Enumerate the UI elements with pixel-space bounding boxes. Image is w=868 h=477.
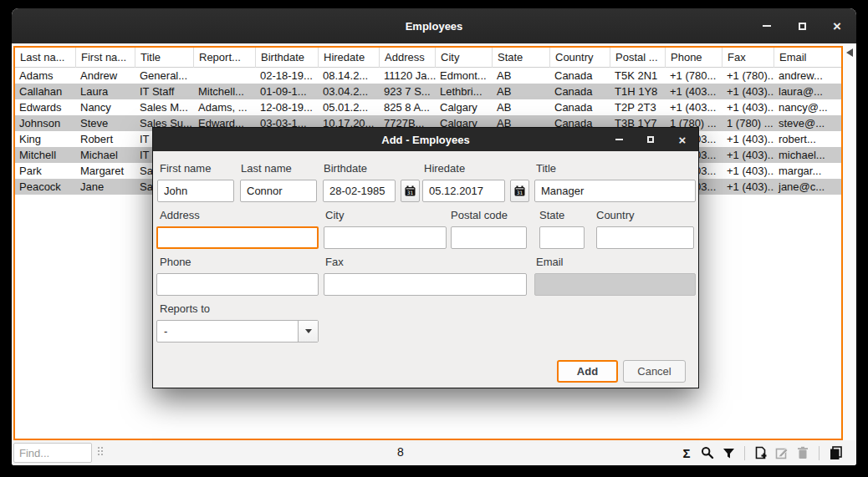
table-cell[interactable]: 03.04.2... [319, 84, 380, 99]
close-button[interactable]: × [830, 18, 845, 33]
table-cell[interactable]: +1 (780)... [722, 68, 774, 84]
table-cell[interactable]: +1 (403... [666, 84, 722, 99]
column-header[interactable]: Hiredate [319, 48, 380, 68]
table-cell[interactable]: 02-18-19... [256, 68, 319, 84]
postal-code-field[interactable] [451, 226, 527, 249]
table-cell[interactable]: Canada [550, 68, 610, 84]
table-cell[interactable]: Edwards [15, 99, 76, 115]
table-cell[interactable]: AB [493, 68, 550, 84]
city-field[interactable] [324, 226, 447, 249]
table-cell[interactable]: Robert [76, 131, 135, 147]
column-header[interactable]: Phone [666, 48, 722, 68]
filter-button[interactable] [721, 445, 736, 460]
table-cell[interactable]: 1 (780) ... [722, 115, 774, 131]
last-name-field[interactable] [240, 180, 317, 202]
table-cell[interactable]: Sales M... [135, 99, 194, 115]
table-cell[interactable]: michael... [774, 147, 841, 163]
table-cell[interactable]: General... [135, 68, 194, 84]
table-row[interactable]: AdamsAndrewGeneral...02-18-19...08.14.2.… [15, 68, 841, 84]
column-header[interactable]: Report... [194, 48, 256, 68]
table-cell[interactable]: Lethbri... [436, 84, 493, 99]
table-cell[interactable]: King [15, 131, 76, 147]
table-cell[interactable]: nancy@... [774, 99, 841, 115]
table-cell[interactable]: Callahan [15, 84, 76, 99]
table-cell[interactable]: T5K 2N1 [610, 68, 666, 84]
address-field[interactable] [156, 226, 319, 249]
table-cell[interactable]: Michael [76, 147, 135, 163]
table-cell[interactable]: 11120 Ja... [380, 68, 436, 84]
minimize-button[interactable] [759, 18, 774, 33]
resize-grip[interactable] [98, 447, 103, 455]
column-header[interactable]: Address [380, 48, 436, 68]
column-header[interactable]: Postal ... [610, 48, 666, 68]
table-cell[interactable]: +1 (780... [666, 68, 722, 84]
table-cell[interactable]: Margaret [76, 163, 135, 179]
column-header[interactable]: Last na... [15, 48, 76, 68]
sum-button[interactable]: Σ [679, 445, 694, 460]
table-cell[interactable]: Mitchell... [194, 84, 256, 99]
cancel-button[interactable]: Cancel [623, 360, 686, 383]
table-cell[interactable]: Laura [76, 84, 135, 99]
dialog-titlebar[interactable]: Add - Employees × [153, 128, 698, 151]
phone-field[interactable] [156, 273, 319, 296]
dialog-maximize-button[interactable] [643, 132, 658, 147]
table-cell[interactable]: jane@c... [774, 179, 841, 195]
table-cell[interactable]: 923 7 S... [380, 84, 436, 99]
fax-field[interactable] [324, 273, 527, 296]
maximize-button[interactable] [794, 18, 809, 33]
hiredate-calendar-button[interactable]: 31 [510, 180, 529, 202]
birthdate-calendar-button[interactable]: 31 [401, 180, 420, 202]
column-header[interactable]: Email [774, 48, 841, 68]
table-cell[interactable]: Park [15, 163, 76, 179]
table-cell[interactable]: Steve [76, 115, 135, 131]
table-cell[interactable]: Jane [76, 179, 135, 195]
table-cell[interactable] [194, 68, 256, 84]
table-cell[interactable]: Adams [15, 68, 76, 84]
table-cell[interactable]: margar... [774, 163, 841, 179]
birthdate-field[interactable] [323, 180, 396, 202]
copy-button[interactable] [828, 445, 843, 460]
table-cell[interactable]: steve@... [774, 115, 841, 131]
add-record-button[interactable] [753, 445, 768, 460]
table-cell[interactable]: +1 (403)... [722, 163, 774, 179]
dropdown-arrow-button[interactable] [298, 321, 318, 342]
add-button[interactable]: Add [557, 360, 618, 383]
table-cell[interactable]: +1 (403)... [722, 84, 774, 99]
country-field[interactable] [596, 226, 694, 249]
table-row[interactable]: CallahanLauraIT StaffMitchell...01-09-1.… [15, 84, 841, 99]
column-header[interactable]: Birthdate [256, 48, 319, 68]
column-header[interactable]: City [436, 48, 493, 68]
table-cell[interactable]: Edmont... [436, 68, 493, 84]
column-header[interactable]: Title [135, 48, 194, 68]
table-cell[interactable]: Calgary [436, 99, 493, 115]
column-header[interactable]: Fax [722, 48, 774, 68]
table-cell[interactable]: 825 8 A... [380, 99, 436, 115]
table-cell[interactable]: +1 (403)... [722, 99, 774, 115]
find-input[interactable] [13, 443, 92, 463]
dialog-close-button[interactable]: × [675, 132, 690, 147]
table-cell[interactable]: Johnson [15, 115, 76, 131]
table-cell[interactable]: andrew... [774, 68, 841, 84]
table-cell[interactable]: IT Staff [135, 84, 194, 99]
table-cell[interactable]: Adams, ... [194, 99, 256, 115]
first-name-field[interactable] [157, 180, 234, 202]
table-cell[interactable]: laura@... [774, 84, 841, 99]
reports-to-dropdown[interactable]: - [156, 320, 319, 343]
table-cell[interactable]: Canada [550, 99, 610, 115]
column-header[interactable]: Country [550, 48, 610, 68]
table-cell[interactable]: AB [493, 99, 550, 115]
table-cell[interactable]: +1 (403)... [722, 147, 774, 163]
table-cell[interactable]: Peacock [15, 179, 76, 195]
table-cell[interactable]: +1 (403)... [722, 179, 774, 195]
table-cell[interactable]: Canada [550, 84, 610, 99]
window-titlebar[interactable]: Employees × [12, 8, 856, 43]
title-field[interactable] [534, 180, 696, 202]
table-row[interactable]: EdwardsNancySales M...Adams, ...12-08-19… [15, 99, 841, 115]
table-cell[interactable]: 01-09-1... [256, 84, 319, 99]
table-cell[interactable]: robert... [774, 131, 841, 147]
table-cell[interactable]: 05.01.2... [319, 99, 380, 115]
search-button[interactable] [700, 445, 715, 460]
table-cell[interactable]: Andrew [76, 68, 135, 84]
table-cell[interactable]: Nancy [76, 99, 135, 115]
column-header[interactable]: First na... [76, 48, 135, 68]
